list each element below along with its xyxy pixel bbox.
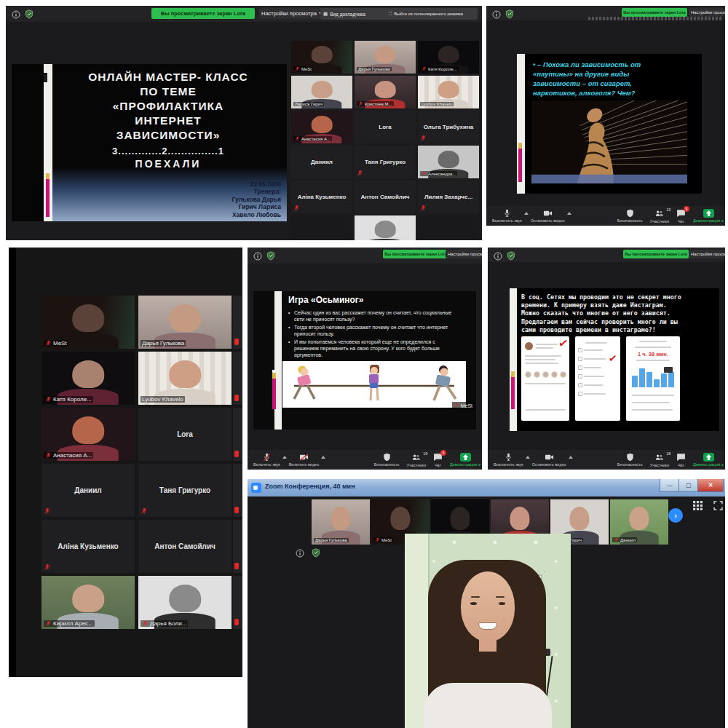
video-button[interactable]: Остановить видео	[532, 453, 566, 467]
mute-button[interactable]: Включить звук	[253, 453, 280, 467]
info-icon[interactable]	[253, 250, 263, 260]
participant-tile[interactable]: Даниил	[41, 464, 135, 517]
security-button[interactable]: Безопасность	[374, 453, 400, 467]
participant-tile[interactable]: Кристина М...	[355, 76, 416, 108]
participant-name: Александра...	[428, 172, 456, 176]
mute-button[interactable]: Выключить звук	[492, 209, 522, 223]
participant-tile-partial[interactable]	[233, 520, 242, 573]
share-screen-button[interactable]: Демонстрация эк	[450, 453, 480, 467]
participant-tile[interactable]: Дарья Гулькова	[312, 499, 370, 545]
participant-tile-partial[interactable]	[233, 296, 242, 349]
participant-tile[interactable]: Lora	[138, 408, 232, 461]
participant-tile-partial[interactable]	[233, 464, 242, 517]
info-icon[interactable]	[494, 250, 503, 260]
active-speaker-video[interactable]	[405, 534, 571, 728]
encryption-shield-icon[interactable]	[507, 250, 516, 260]
security-button[interactable]: Безопасность	[617, 453, 643, 467]
chat-button[interactable]: 9Чат	[676, 209, 686, 223]
fullscreen-icon[interactable]	[713, 501, 723, 510]
participant-tile[interactable]: Lyubov Khavelo	[418, 76, 479, 108]
encryption-shield-icon[interactable]	[505, 9, 515, 18]
zoom-toolbar: Выключить звукОстановить видеоБезопаснос…	[488, 450, 725, 470]
participants-button[interactable]: 19Участники	[650, 209, 669, 223]
participant-tile[interactable]: Ольга Трибухина	[418, 111, 479, 143]
encryption-shield-icon[interactable]	[312, 547, 321, 557]
participant-tile[interactable]: Лилия Захарче...	[418, 181, 479, 213]
participant-tile[interactable]: Анастасия А...	[291, 111, 352, 143]
info-icon[interactable]	[296, 547, 305, 557]
participant-name-label: MeSt	[44, 340, 68, 347]
participant-tile[interactable]: Антон Самойлич	[355, 181, 416, 213]
participant-name-label: Дарья Боли...	[141, 620, 188, 627]
participant-tile[interactable]: Александра...	[418, 146, 479, 178]
muted-mic-icon	[422, 171, 427, 176]
close-button[interactable]: ✕	[697, 479, 724, 492]
exit-fullscreen-button[interactable]: ⛶Выйти из полноэкранного режима	[386, 8, 478, 20]
window-title: Zoom Конференция, 40 мин	[265, 483, 355, 490]
encryption-shield-icon[interactable]	[25, 9, 34, 18]
muted-mic-icon	[141, 507, 148, 515]
gallery-view-icon[interactable]	[693, 501, 703, 510]
view-options-button[interactable]: Настройки просмотра	[689, 250, 725, 258]
chevron-up-icon[interactable]	[321, 456, 325, 459]
chevron-up-icon[interactable]	[526, 456, 530, 459]
mute-button[interactable]: Выключить звук	[494, 453, 523, 467]
view-options-button[interactable]: Настройки просмотра	[446, 250, 482, 258]
participant-tile[interactable]: Аліна Кузьменко	[291, 181, 352, 213]
red-checkmark: ✓	[608, 352, 618, 364]
participant-tile[interactable]: Анастасия А...	[41, 408, 135, 461]
participant-tile[interactable]: Дарья Гулькова	[355, 41, 416, 74]
zoom-panel-game-slide: Вы просматриваете экран LoraНастройки пр…	[248, 248, 482, 470]
muted-mic-icon	[454, 403, 459, 408]
participant-name: Таня Григурко	[159, 486, 210, 494]
video-button[interactable]: Остановить видео	[531, 209, 565, 223]
participant-tile[interactable]: Таня Григурко	[355, 146, 416, 178]
info-icon[interactable]	[12, 9, 21, 18]
participant-name: Кристина М...	[365, 102, 392, 106]
share-screen-button[interactable]: Демонстрация эк	[693, 209, 724, 223]
participant-tile[interactable]: Анна Анатол...	[355, 215, 416, 240]
participant-tile-partial[interactable]	[233, 576, 242, 629]
participant-name-label: MeSt	[373, 537, 393, 542]
participant-tile[interactable]: Lora	[355, 111, 416, 143]
participants-button[interactable]: 19Участники	[407, 453, 426, 467]
participant-tile[interactable]: MeSt	[291, 41, 352, 74]
chevron-up-icon[interactable]	[524, 212, 529, 215]
chevron-up-icon[interactable]	[567, 212, 571, 215]
participant-tile[interactable]: Катя Короле...	[418, 41, 479, 74]
participant-tile[interactable]: Lyubov Khavelo	[138, 352, 232, 405]
participant-tile[interactable]: Даниил	[610, 499, 668, 545]
info-icon[interactable]	[492, 9, 502, 18]
maximize-button[interactable]: ▢	[678, 479, 699, 492]
muted-mic-icon	[357, 170, 363, 176]
participant-tile[interactable]: Дарья Гулькова	[138, 296, 232, 349]
participant-tile-partial[interactable]	[233, 352, 242, 405]
participant-name-label: Анастасия А...	[44, 452, 93, 459]
pencil-annotation	[46, 170, 50, 217]
minimize-button[interactable]: —	[660, 479, 680, 492]
participant-tile[interactable]: Дарья Боли...	[138, 576, 232, 629]
chat-button[interactable]: 9Чат	[433, 453, 443, 467]
participant-tile[interactable]: Антон Самойлич	[138, 520, 232, 573]
next-participants-arrow[interactable]: ›	[668, 508, 683, 523]
chat-button[interactable]: Чат	[676, 453, 686, 467]
slide-strip-mark	[44, 73, 47, 82]
participants-button[interactable]: 18Участники	[650, 453, 669, 467]
video-button[interactable]: Включить видео	[289, 453, 320, 467]
security-button[interactable]: Безопасность	[617, 209, 643, 223]
encryption-shield-icon[interactable]	[266, 250, 276, 260]
participant-tile[interactable]: Даниил	[291, 146, 352, 178]
participant-tile[interactable]: Катя Короле...	[41, 352, 135, 405]
participant-tile-partial[interactable]	[233, 408, 242, 461]
share-screen-button[interactable]: Демонстрация эк	[693, 453, 724, 467]
chevron-up-icon[interactable]	[282, 456, 287, 459]
speaker-view-button[interactable]: ▦Вид докладчика	[320, 8, 387, 20]
window-title-bar[interactable]: Zoom Конференция, 40 мин — ▢ ✕	[248, 479, 725, 497]
participant-tile[interactable]: MeSt	[41, 296, 135, 349]
participant-tile[interactable]: Таня Григурко	[138, 464, 232, 517]
view-options-button[interactable]: Настройки просмотра	[689, 8, 725, 17]
participant-tile[interactable]: Лариса Гирич	[291, 76, 352, 108]
chevron-up-icon[interactable]	[569, 456, 573, 459]
participant-tile[interactable]: Аліна Кузьменко	[41, 520, 135, 573]
participant-tile[interactable]: Кирилл Арес...	[41, 576, 135, 629]
